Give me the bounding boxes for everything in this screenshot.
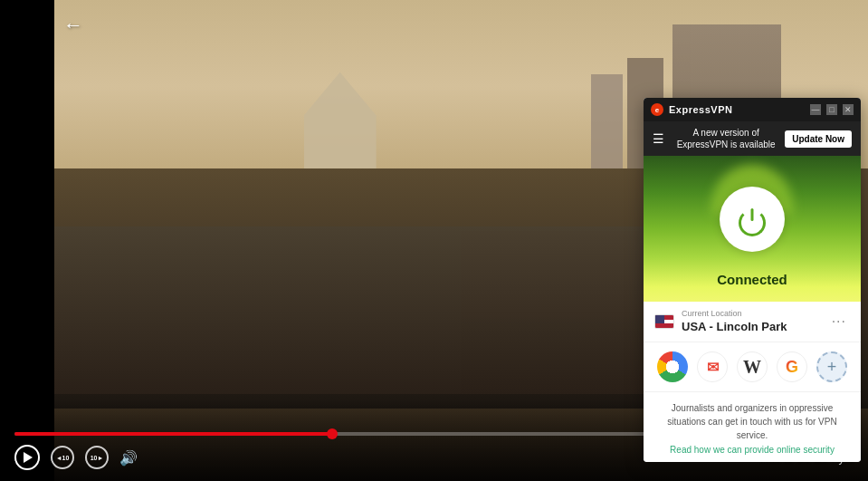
skip-forward-icon: 10► [85, 446, 109, 469]
volume-button[interactable]: 🔊 [119, 449, 138, 467]
scene-cars [43, 226, 738, 395]
location-row: Current Location USA - Lincoln Park ··· [644, 302, 861, 342]
add-shortcut-button[interactable]: + [816, 351, 847, 382]
connection-status: Connected [717, 272, 787, 287]
play-triangle [24, 452, 33, 463]
location-name: USA - Lincoln Park [682, 320, 787, 333]
google-shortcut[interactable]: G [777, 351, 807, 382]
skip-forward-button[interactable]: 10► [85, 446, 109, 469]
google-icon-label: G [786, 358, 798, 377]
gmail-shortcut[interactable]: ✉ [697, 351, 728, 382]
power-button[interactable] [720, 187, 785, 252]
expressvpn-logo: e [651, 103, 663, 116]
wikipedia-shortcut[interactable]: W [737, 351, 768, 382]
current-location-label: Current Location [682, 309, 828, 318]
vpn-popup: e ExpressVPN — □ ✕ ☰ A new version of Ex… [644, 98, 861, 462]
vpn-footer-text: Journalists and organizers in oppressive… [654, 401, 850, 442]
progress-fill [14, 432, 333, 436]
hamburger-icon[interactable]: ☰ [653, 131, 667, 146]
vpn-location: Current Location USA - Lincoln Park ··· [644, 302, 861, 342]
vpn-titlebar: e ExpressVPN — □ ✕ [644, 98, 861, 121]
vpn-body: Connected [644, 156, 861, 302]
close-button[interactable]: ✕ [843, 104, 854, 115]
gmail-icon-label: ✉ [707, 359, 719, 376]
progress-thumb[interactable] [327, 428, 338, 439]
skip-back-icon: ◄10 [51, 446, 74, 469]
back-button[interactable]: ← [63, 14, 83, 37]
usa-flag-icon [654, 314, 674, 329]
vpn-window-controls: — □ ✕ [810, 104, 854, 115]
volume-icon: 🔊 [119, 449, 138, 467]
vpn-footer-link[interactable]: Read how we can provide online security [654, 445, 850, 455]
location-more-button[interactable]: ··· [828, 312, 850, 332]
vpn-update-banner: ☰ A new version of ExpressVPN is availab… [644, 121, 861, 156]
vpn-shortcuts: ✉ W G + [644, 342, 861, 392]
chrome-shortcut[interactable] [657, 351, 688, 382]
skip-back-button[interactable]: ◄10 [51, 446, 74, 469]
minimize-button[interactable]: — [810, 104, 821, 115]
play-icon [14, 445, 40, 470]
vpn-title-left: e ExpressVPN [651, 103, 732, 116]
vpn-title: ExpressVPN [669, 104, 732, 115]
add-shortcut-icon: + [827, 358, 837, 377]
vpn-footer: Journalists and organizers in oppressive… [644, 392, 861, 462]
wiki-icon-label: W [743, 357, 761, 378]
play-button[interactable] [14, 445, 40, 470]
update-message: A new version of ExpressVPN is available [674, 127, 777, 150]
update-now-button[interactable]: Update Now [785, 130, 852, 148]
power-halo [707, 174, 797, 265]
power-icon [738, 205, 767, 234]
maximize-button[interactable]: □ [826, 104, 837, 115]
location-info: Current Location USA - Lincoln Park [682, 309, 828, 334]
controls-left: ◄10 10► 🔊 [14, 445, 138, 470]
